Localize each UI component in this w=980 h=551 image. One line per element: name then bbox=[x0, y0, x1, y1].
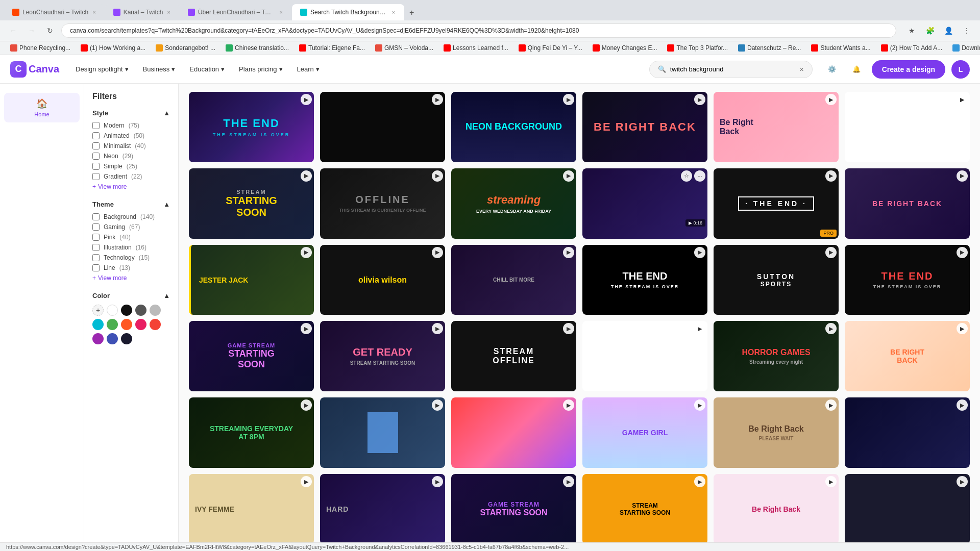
template-card-27[interactable]: ▶ bbox=[451, 397, 576, 468]
back-button[interactable]: ← bbox=[6, 23, 20, 38]
template-card-6[interactable]: ▶ bbox=[845, 92, 970, 162]
new-tab-button[interactable]: + bbox=[404, 5, 419, 20]
card-animate-button-4[interactable]: ▶ bbox=[694, 94, 705, 105]
filter-modern[interactable]: Modern (75) bbox=[92, 122, 170, 129]
color-swatch-dark-navy[interactable] bbox=[121, 333, 132, 344]
card-animate-button-23[interactable]: ▶ bbox=[825, 323, 837, 334]
search-input[interactable] bbox=[670, 65, 796, 73]
filter-gradient[interactable]: Gradient (22) bbox=[92, 173, 170, 180]
filter-pink-checkbox[interactable] bbox=[92, 234, 100, 241]
bookmark-lessons[interactable]: Lessons Learned f... bbox=[439, 43, 512, 53]
bookmark-gmsn[interactable]: GMSN – Voloda... bbox=[371, 43, 437, 53]
forward-button[interactable]: → bbox=[24, 23, 39, 38]
filter-technology[interactable]: Technology (15) bbox=[92, 254, 170, 261]
tab-1[interactable]: LeonChaudhari – Twitch × bbox=[4, 4, 105, 20]
create-design-button[interactable]: Create a design bbox=[872, 60, 945, 79]
template-card-33[interactable]: GAME STREAM STARTING SOON ▶ bbox=[451, 474, 576, 544]
color-swatch-red[interactable] bbox=[150, 319, 161, 330]
card-animate-button-3[interactable]: ▶ bbox=[563, 94, 574, 105]
filter-simple-checkbox[interactable] bbox=[92, 163, 100, 170]
color-swatch-orange-red[interactable] bbox=[121, 319, 132, 330]
color-swatch-indigo[interactable] bbox=[107, 333, 118, 344]
color-swatch-light-gray[interactable] bbox=[150, 305, 161, 316]
extensions-button[interactable]: 🧩 bbox=[923, 23, 937, 38]
filter-line[interactable]: Line (13) bbox=[92, 264, 170, 271]
search-clear-button[interactable]: × bbox=[800, 65, 804, 73]
bookmark-phone-recycling[interactable]: Phone Recycling... bbox=[6, 43, 75, 53]
filter-neon-checkbox[interactable] bbox=[92, 153, 100, 160]
nav-education[interactable]: Education ▾ bbox=[183, 62, 231, 76]
template-card-16[interactable]: THE END THE STREAM IS OVER ▶ bbox=[582, 245, 707, 315]
card-animate-button-17[interactable]: ▶ bbox=[825, 247, 837, 258]
template-card-23[interactable]: HORROR GAMES Streaming every night ▶ bbox=[714, 321, 839, 391]
bookmark-sonderangebot[interactable]: Sonderangebot! ... bbox=[152, 43, 219, 53]
user-avatar[interactable]: L bbox=[951, 60, 970, 79]
filter-animated[interactable]: Animated (50) bbox=[92, 132, 170, 139]
filter-minimalist-checkbox[interactable] bbox=[92, 142, 100, 149]
filter-illustration[interactable]: Illustration (16) bbox=[92, 244, 170, 251]
card-animate-button-27[interactable]: ▶ bbox=[563, 399, 574, 411]
bookmark-button[interactable]: ★ bbox=[904, 23, 919, 38]
template-card-17[interactable]: SUTTON SPORTS ▶ bbox=[714, 245, 839, 315]
theme-view-more[interactable]: + View more bbox=[92, 274, 170, 282]
bookmark-chinese[interactable]: Chinese translatio... bbox=[222, 43, 293, 53]
bookmark-datenschutz[interactable]: Datenschutz – Re... bbox=[734, 43, 805, 53]
card-animate-button-28[interactable]: ▶ bbox=[694, 399, 705, 411]
template-card-7[interactable]: STREAM STARTING SOON ▶ bbox=[189, 168, 314, 239]
card-animate-button-2[interactable]: ▶ bbox=[432, 94, 443, 105]
tab-1-close[interactable]: × bbox=[91, 8, 96, 16]
filter-style-header[interactable]: Style ▲ bbox=[92, 109, 170, 117]
template-card-28[interactable]: GAMER GIRL ▶ bbox=[582, 397, 707, 468]
card-animate-button-12[interactable]: ▶ bbox=[957, 170, 968, 182]
card-animate-button-1[interactable]: ▶ bbox=[301, 94, 312, 105]
template-card-11[interactable]: · THE END · PRO ▶ bbox=[714, 168, 839, 239]
card-animate-button-24[interactable]: ▶ bbox=[957, 323, 968, 334]
template-card-26[interactable]: ▶ bbox=[320, 397, 445, 468]
template-card-13[interactable]: JESTER JACK ▶ bbox=[189, 245, 314, 315]
nav-design-spotlight[interactable]: Design spotlight ▾ bbox=[69, 62, 135, 76]
template-card-15[interactable]: CHILL BIT MORE ▶ bbox=[451, 245, 576, 315]
card-animate-button-13[interactable]: ▶ bbox=[301, 247, 312, 258]
filter-illustration-checkbox[interactable] bbox=[92, 244, 100, 251]
card-animate-button-5[interactable]: ▶ bbox=[825, 94, 837, 105]
filter-background-checkbox[interactable] bbox=[92, 213, 100, 220]
template-card-29[interactable]: Be Right Back PLEASE WAIT ▶ bbox=[714, 397, 839, 468]
color-swatch-black[interactable] bbox=[121, 305, 132, 316]
card-animate-button-29[interactable]: ▶ bbox=[825, 399, 837, 411]
color-swatch-white[interactable] bbox=[107, 305, 118, 316]
tab-2[interactable]: Kanal – Twitch × bbox=[105, 4, 180, 20]
style-view-more[interactable]: + View more bbox=[92, 183, 170, 190]
star-icon-10[interactable]: ☆ bbox=[681, 170, 692, 182]
template-card-5[interactable]: Be Right Back ▶ bbox=[714, 92, 839, 162]
profile-button[interactable]: 👤 bbox=[941, 23, 955, 38]
card-animate-button-19[interactable]: ▶ bbox=[301, 323, 312, 334]
template-card-22[interactable]: ▶ bbox=[582, 321, 707, 391]
template-card-18[interactable]: THE END THE STREAM IS OVER ▶ bbox=[845, 245, 970, 315]
card-animate-button-20[interactable]: ▶ bbox=[432, 323, 443, 334]
filter-animated-checkbox[interactable] bbox=[92, 132, 100, 139]
filter-neon[interactable]: Neon (29) bbox=[92, 153, 170, 160]
card-animate-button-26[interactable]: ▶ bbox=[432, 399, 443, 411]
card-animate-button-21[interactable]: ▶ bbox=[563, 323, 574, 334]
template-card-24[interactable]: BE RIGHT BACK ▶ bbox=[845, 321, 970, 391]
color-swatch-pink[interactable] bbox=[135, 319, 146, 330]
template-card-31[interactable]: IVY FEMME ▶ bbox=[189, 474, 314, 544]
nav-plans-pricing[interactable]: Plans pricing ▾ bbox=[233, 62, 288, 76]
bookmark-download-cook[interactable]: Download – Cook... bbox=[948, 43, 980, 53]
card-animate-button-30[interactable]: ▶ bbox=[957, 399, 968, 411]
card-animate-button-34[interactable]: ▶ bbox=[694, 476, 705, 487]
tab-3-close[interactable]: × bbox=[278, 8, 283, 16]
template-card-8[interactable]: OFFLINE THIS STREAM IS CURRENTLY OFFLINE… bbox=[320, 168, 445, 239]
template-card-4[interactable]: BE RIGHT BACK ▶ bbox=[582, 92, 707, 162]
bookmark-how-working[interactable]: (1) How Working a... bbox=[77, 43, 150, 53]
template-card-20[interactable]: GET READY STREAM STARTING SOON ▶ bbox=[320, 321, 445, 391]
color-add-swatch[interactable]: + bbox=[92, 305, 104, 316]
card-animate-button-25[interactable]: ▶ bbox=[301, 399, 312, 411]
card-animate-button-9[interactable]: ▶ bbox=[563, 170, 574, 182]
bookmark-how-to-add[interactable]: (2) How To Add A... bbox=[877, 43, 947, 53]
template-card-19[interactable]: GAME STREAM STARTING SOON ▶ bbox=[189, 321, 314, 391]
filter-line-checkbox[interactable] bbox=[92, 264, 100, 271]
filter-simple[interactable]: Simple (25) bbox=[92, 163, 170, 170]
reload-button[interactable]: ↻ bbox=[43, 23, 57, 38]
filter-modern-checkbox[interactable] bbox=[92, 122, 100, 129]
